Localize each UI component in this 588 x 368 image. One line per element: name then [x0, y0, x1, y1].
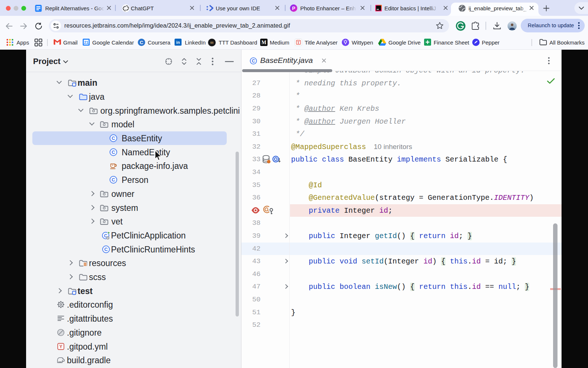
- svg-text:T: T: [297, 40, 300, 45]
- svg-text:ttt: ttt: [210, 41, 214, 45]
- svg-text:in: in: [176, 40, 180, 45]
- svg-text:21: 21: [84, 40, 89, 45]
- svg-text:C: C: [140, 40, 143, 45]
- svg-text:P: P: [292, 6, 295, 11]
- svg-text:M: M: [261, 40, 266, 45]
